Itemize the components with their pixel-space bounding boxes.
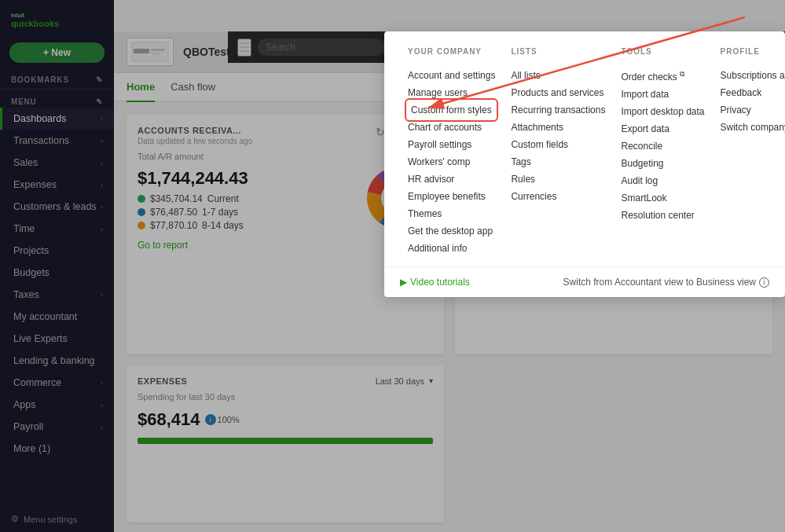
- dropdown-item-manage-users[interactable]: Manage users: [408, 84, 495, 101]
- dropdown-item-get-desktop-app[interactable]: Get the desktop app: [408, 222, 495, 240]
- dropdown-item-employee-benefits[interactable]: Employee benefits: [408, 188, 495, 205]
- dropdown-item-attachments[interactable]: Attachments: [511, 119, 605, 136]
- dropdown-item-hr-advisor[interactable]: HR advisor: [408, 171, 495, 188]
- video-tutorials-label: Video tutorials: [410, 277, 470, 288]
- switch-view-label: Switch from Accountant view to Business …: [563, 277, 756, 288]
- dropdown-item-order-checks[interactable]: Order checks ⧉: [621, 67, 704, 86]
- switch-view-link[interactable]: Switch from Accountant view to Business …: [563, 277, 769, 288]
- info-circle-icon: i: [759, 277, 769, 288]
- lists-header: LISTS: [511, 47, 605, 59]
- settings-dropdown: YOUR COMPANY Account and settings Manage…: [384, 31, 785, 297]
- dropdown-item-smartlook[interactable]: SmartLook: [621, 189, 704, 207]
- dropdown-col-lists: LISTS All lists Products and services Re…: [503, 47, 613, 257]
- dropdown-item-currencies[interactable]: Currencies: [511, 188, 605, 205]
- dropdown-item-switch-company[interactable]: Switch company: [721, 119, 785, 136]
- dropdown-item-themes[interactable]: Themes: [408, 205, 495, 222]
- dropdown-item-account-settings[interactable]: Account and settings: [408, 67, 495, 84]
- dropdown-item-export-data[interactable]: Export data: [621, 120, 704, 138]
- dropdown-item-budgeting[interactable]: Budgeting: [621, 155, 704, 172]
- dropdown-item-custom-form-styles[interactable]: Custom form styles: [408, 101, 495, 119]
- dropdown-item-custom-fields[interactable]: Custom fields: [511, 136, 605, 153]
- dropdown-col-tools: TOOLS Order checks ⧉ Import data Import …: [613, 47, 712, 257]
- external-link-icon: ⧉: [680, 70, 684, 78]
- dropdown-item-recurring-transactions[interactable]: Recurring transactions: [511, 101, 605, 119]
- dropdown-columns: YOUR COMPANY Account and settings Manage…: [384, 47, 785, 257]
- dropdown-item-additional-info[interactable]: Additional info: [408, 240, 495, 257]
- dropdown-item-feedback[interactable]: Feedback: [721, 84, 785, 101]
- dropdown-item-rules[interactable]: Rules: [511, 171, 605, 188]
- dropdown-item-import-data[interactable]: Import data: [621, 86, 704, 103]
- dropdown-item-audit-log[interactable]: Audit log: [621, 172, 704, 189]
- dropdown-item-chart-of-accounts[interactable]: Chart of accounts: [408, 119, 495, 136]
- dropdown-item-workers-comp[interactable]: Workers' comp: [408, 153, 495, 171]
- dropdown-col-profile: PROFILE Subscriptions and billing Feedba…: [713, 47, 785, 257]
- dropdown-item-privacy[interactable]: Privacy: [721, 101, 785, 119]
- profile-header: PROFILE: [721, 47, 785, 59]
- play-circle-icon: ▶: [400, 277, 407, 288]
- dropdown-item-tags[interactable]: Tags: [511, 153, 605, 171]
- dropdown-item-subscriptions-billing[interactable]: Subscriptions and billing: [721, 67, 785, 84]
- dropdown-footer: ▶ Video tutorials Switch from Accountant…: [384, 266, 785, 297]
- dropdown-item-products-services[interactable]: Products and services: [511, 84, 605, 101]
- dropdown-item-all-lists[interactable]: All lists: [511, 67, 605, 84]
- video-tutorials-link[interactable]: ▶ Video tutorials: [400, 277, 470, 288]
- dropdown-item-payroll-settings[interactable]: Payroll settings: [408, 136, 495, 153]
- dropdown-item-reconcile[interactable]: Reconcile: [621, 138, 704, 155]
- dropdown-item-resolution-center[interactable]: Resolution center: [621, 207, 704, 224]
- your-company-header: YOUR COMPANY: [408, 47, 495, 59]
- tools-header: TOOLS: [621, 47, 704, 59]
- dropdown-col-your-company: YOUR COMPANY Account and settings Manage…: [400, 47, 503, 257]
- dropdown-item-import-desktop-data[interactable]: Import desktop data: [621, 103, 704, 120]
